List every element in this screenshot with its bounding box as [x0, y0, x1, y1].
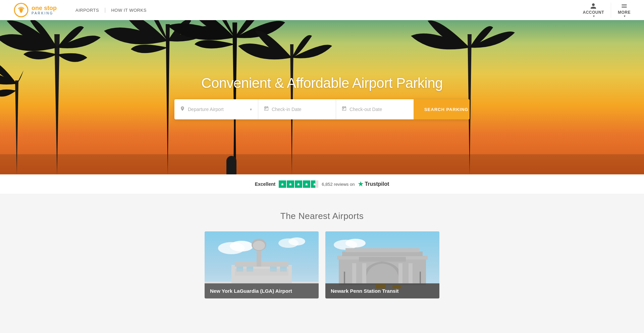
nav-right: ACCOUNT▼ MORE▼ [583, 3, 631, 18]
airports-section-title: The Nearest Airports [0, 211, 644, 221]
airports-section: The Nearest Airports [0, 194, 644, 309]
svg-point-15 [253, 241, 265, 250]
search-bar: ▼ SEARCH PARKING [174, 99, 470, 119]
nav-links: AIRPORTS | HOW IT WORKS [70, 7, 583, 13]
star-half: ★ [311, 180, 318, 188]
airport-dropdown-caret: ▼ [249, 108, 253, 111]
hero-title: Convenient & Affordable Airport Parking [201, 75, 443, 91]
trustpilot-bar: Excellent ★ ★ ★ ★ ★ 6,852 reviews on ★ T… [0, 174, 644, 194]
more-label: MORE [618, 10, 631, 15]
svg-rect-31 [359, 257, 406, 262]
logo-one-stop: one stop [32, 5, 57, 12]
checkout-field[interactable] [336, 99, 414, 119]
airport-card-lga[interactable]: New York LaGuardia (LGA) Airport [205, 231, 319, 298]
account-dropdown-arrow: ▼ [593, 15, 595, 18]
svg-rect-20 [235, 269, 288, 276]
checkout-input[interactable] [350, 107, 408, 112]
svg-point-9 [288, 237, 305, 245]
account-menu[interactable]: ACCOUNT▼ [583, 3, 604, 18]
logo-parking: PARKING [32, 11, 57, 15]
svg-point-23 [345, 239, 366, 247]
star-4: ★ [303, 180, 310, 188]
more-dropdown-arrow: ▼ [623, 15, 626, 18]
svg-rect-26 [352, 263, 356, 283]
svg-rect-35 [420, 272, 421, 283]
airports-grid: New York LaGuardia (LGA) Airport [0, 231, 644, 298]
svg-rect-2 [0, 154, 644, 174]
trustpilot-label: Excellent [255, 181, 275, 187]
trustpilot-reviews-text: 6,852 reviews on [322, 182, 355, 187]
airport-card-newark[interactable]: Newark Penn Station Transit [325, 231, 439, 298]
more-menu[interactable]: MORE▼ [611, 3, 631, 18]
trustpilot-content: Excellent ★ ★ ★ ★ ★ 6,852 reviews on ★ T… [255, 180, 389, 188]
person-icon [590, 3, 597, 9]
svg-point-4 [226, 156, 236, 166]
trustpilot-stars: ★ ★ ★ ★ ★ [279, 180, 318, 188]
svg-rect-27 [362, 263, 366, 283]
airport-input[interactable] [188, 107, 247, 112]
logo-link[interactable]: one stop PARKING [13, 2, 57, 18]
search-button[interactable]: SEARCH PARKING [414, 99, 470, 119]
nav-how-it-works[interactable]: HOW IT WORKS [106, 8, 152, 13]
star-2: ★ [287, 180, 294, 188]
svg-rect-29 [409, 263, 413, 283]
tp-star-icon: ★ [358, 180, 363, 188]
location-icon [180, 106, 185, 113]
svg-rect-32 [342, 252, 423, 256]
reviews-count: 6,852 reviews on [322, 182, 355, 187]
svg-rect-33 [345, 248, 419, 252]
hamburger-icon [621, 3, 628, 9]
airport-lga-label: New York LaGuardia (LGA) Airport [205, 283, 319, 298]
airport-card-img-newark: Newark Penn Station Transit [325, 231, 439, 298]
checkin-calendar-icon [264, 106, 269, 113]
account-label: ACCOUNT [583, 10, 604, 15]
svg-rect-12 [235, 262, 288, 267]
hero-content: Convenient & Affordable Airport Parking … [0, 75, 644, 119]
logo-icon [13, 2, 29, 18]
checkin-input[interactable] [272, 107, 330, 112]
svg-point-7 [230, 241, 253, 252]
airport-newark-label: Newark Penn Station Transit [325, 283, 439, 298]
star-3: ★ [295, 180, 302, 188]
star-1: ★ [279, 180, 286, 188]
svg-rect-34 [344, 272, 345, 283]
tp-logo-text: Trustpilot [365, 181, 389, 187]
checkout-calendar-icon [341, 106, 347, 113]
navbar: one stop PARKING AIRPORTS | HOW IT WORKS… [0, 0, 644, 20]
svg-rect-28 [398, 263, 402, 283]
checkin-field[interactable] [258, 99, 336, 119]
airport-field[interactable]: ▼ [174, 99, 258, 119]
hero-section: Convenient & Affordable Airport Parking … [0, 20, 644, 174]
nav-airports[interactable]: AIRPORTS [70, 8, 104, 13]
trustpilot-logo[interactable]: ★ Trustpilot [358, 180, 389, 188]
airport-card-img-lga: New York LaGuardia (LGA) Airport [205, 231, 319, 298]
logo-text: one stop PARKING [32, 5, 57, 15]
